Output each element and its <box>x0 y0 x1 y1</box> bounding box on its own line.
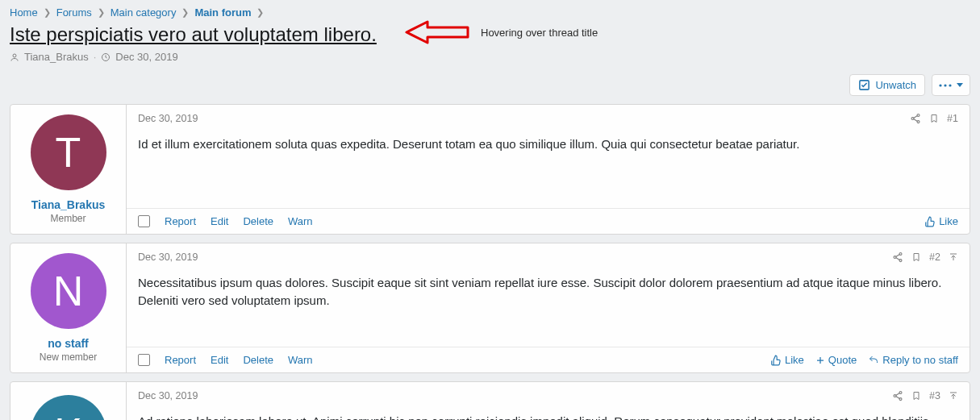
svg-point-0 <box>13 54 16 57</box>
user-title: New member <box>17 351 119 363</box>
post: T Tiana_Brakus Member Dec 30, 2019 #1 Id… <box>10 104 970 235</box>
warn-link[interactable]: Warn <box>288 215 313 227</box>
chevron-right-icon: ❯ <box>254 7 266 18</box>
reply-button[interactable]: Reply to no staff <box>868 354 958 366</box>
scroll-top-icon[interactable] <box>949 391 958 401</box>
like-button[interactable]: Like <box>770 354 804 366</box>
bookmark-icon[interactable] <box>911 252 921 263</box>
annotation-text: Hovering over thread title <box>481 27 598 39</box>
svg-point-4 <box>944 84 946 86</box>
post-user-cell: K <box>10 382 127 420</box>
report-link[interactable]: Report <box>165 354 196 366</box>
thread-toolbar: Unwatch <box>10 74 970 96</box>
thread-date[interactable]: Dec 30, 2019 <box>115 51 177 63</box>
bookmark-icon[interactable] <box>911 390 921 401</box>
share-icon[interactable] <box>892 252 903 263</box>
svg-point-5 <box>949 84 951 86</box>
like-button[interactable]: Like <box>924 215 958 227</box>
scroll-top-icon[interactable] <box>949 252 958 262</box>
chevron-right-icon: ❯ <box>95 7 107 18</box>
share-icon[interactable] <box>892 390 903 401</box>
post-username[interactable]: Tiana_Brakus <box>17 198 119 211</box>
like-label: Like <box>785 354 804 366</box>
post: N no staff New member Dec 30, 2019 #2 Ne… <box>10 243 970 373</box>
delete-link[interactable]: Delete <box>243 215 273 227</box>
reply-label: Reply to no staff <box>882 354 958 366</box>
delete-link[interactable]: Delete <box>243 354 273 366</box>
crumb-forum[interactable]: Main forum <box>194 6 251 19</box>
reply-icon <box>868 356 879 365</box>
quote-button[interactable]: Quote <box>815 354 857 366</box>
select-checkbox[interactable] <box>138 354 150 366</box>
svg-point-3 <box>939 84 941 86</box>
plus-icon <box>815 356 825 365</box>
post-number[interactable]: #1 <box>947 113 958 124</box>
post-body: Necessitatibus ipsum quas dolores. Susci… <box>127 268 970 347</box>
avatar[interactable]: T <box>31 114 106 190</box>
warn-link[interactable]: Warn <box>288 354 313 366</box>
post-body: Id et illum exercitationem soluta quas e… <box>127 129 970 208</box>
arrow-left-icon <box>405 19 471 46</box>
thumbs-up-icon <box>924 216 936 227</box>
select-checkbox[interactable] <box>138 215 150 227</box>
thread-author[interactable]: Tiana_Brakus <box>24 51 89 63</box>
quote-label: Quote <box>828 354 857 366</box>
post-username[interactable]: no staff <box>17 337 119 350</box>
edit-link[interactable]: Edit <box>211 215 228 227</box>
like-label: Like <box>939 215 958 227</box>
thread-title[interactable]: Iste perspiciatis vero aut voluptatem li… <box>10 23 377 46</box>
thread-byline: Tiana_Brakus · Dec 30, 2019 <box>10 51 970 63</box>
avatar[interactable]: K <box>31 395 106 420</box>
user-title: Member <box>17 213 119 224</box>
thumbs-up-icon <box>770 355 782 366</box>
annotation: Hovering over thread title <box>405 19 598 46</box>
post-date[interactable]: Dec 30, 2019 <box>138 390 198 401</box>
post-date[interactable]: Dec 30, 2019 <box>138 113 198 124</box>
share-icon[interactable] <box>910 113 921 124</box>
dots-icon <box>939 84 952 87</box>
checkbox-checked-icon <box>858 79 870 91</box>
crumb-category[interactable]: Main category <box>111 6 177 19</box>
post-number[interactable]: #3 <box>929 390 940 401</box>
post-user-cell: N no staff New member <box>10 243 127 372</box>
crumb-forums[interactable]: Forums <box>56 6 92 19</box>
post-user-cell: T Tiana_Brakus Member <box>10 105 127 234</box>
crumb-home[interactable]: Home <box>10 6 38 19</box>
post-number[interactable]: #2 <box>929 252 940 263</box>
post: K Dec 30, 2019 #3 Ad ratione laboriosam … <box>10 381 970 420</box>
edit-link[interactable]: Edit <box>211 354 228 366</box>
caret-down-icon <box>957 83 963 87</box>
report-link[interactable]: Report <box>165 215 196 227</box>
user-icon <box>10 52 19 62</box>
post-body: Ad ratione laboriosam labore ut. Animi c… <box>127 406 970 420</box>
avatar[interactable]: N <box>31 253 106 329</box>
chevron-right-icon: ❯ <box>41 7 53 18</box>
chevron-right-icon: ❯ <box>179 7 191 18</box>
clock-icon <box>101 52 111 62</box>
unwatch-button[interactable]: Unwatch <box>849 74 925 96</box>
post-date[interactable]: Dec 30, 2019 <box>138 252 198 263</box>
unwatch-label: Unwatch <box>875 79 916 91</box>
more-button[interactable] <box>932 74 970 96</box>
bookmark-icon[interactable] <box>929 113 939 124</box>
